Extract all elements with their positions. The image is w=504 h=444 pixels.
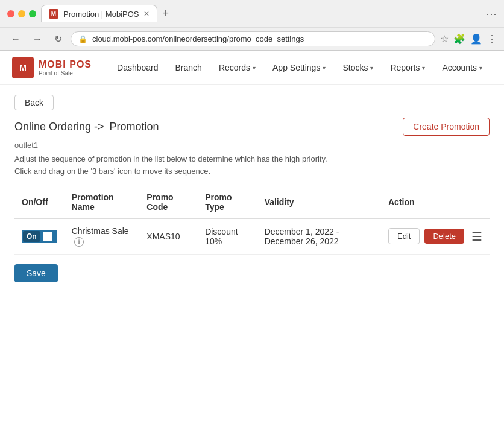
- browser-tab[interactable]: M Promotion | MobiPOS ✕: [41, 5, 157, 22]
- nav-dashboard[interactable]: Dashboard: [110, 59, 166, 76]
- logo-icon: M: [12, 57, 34, 78]
- nav-records[interactable]: Records ▾: [212, 59, 263, 76]
- browser-titlebar: M Promotion | MobiPOS ✕ + ⋯: [0, 0, 504, 27]
- tab-title: Promotion | MobiPOS: [63, 10, 139, 19]
- promo-name-cell: Christmas Sale ℹ: [65, 218, 140, 254]
- records-dropdown-arrow: ▾: [253, 65, 256, 71]
- instruction-line2: Click and drag on the '3 bars' icon to m…: [14, 165, 490, 177]
- save-button[interactable]: Save: [14, 264, 58, 282]
- tab-close-icon[interactable]: ✕: [143, 10, 150, 18]
- create-promotion-button[interactable]: Create Promotion: [403, 118, 490, 136]
- nav-menu: Dashboard Branch Records ▾ App Settings …: [110, 59, 490, 76]
- promo-code-cell: XMAS10: [139, 218, 198, 254]
- toggle-button[interactable]: On: [22, 230, 57, 243]
- nav-app-settings[interactable]: App Settings ▾: [265, 59, 333, 76]
- col-promo-code: Promo Code: [139, 186, 198, 218]
- close-dot[interactable]: [7, 10, 14, 17]
- nav-branch[interactable]: Branch: [168, 59, 209, 76]
- page-title: Online Ordering -> Promotion: [14, 121, 159, 133]
- nav-stocks[interactable]: Stocks ▾: [335, 59, 380, 76]
- logo-sub: Point of Sale: [39, 70, 92, 77]
- table-header: On/Off Promotion Name Promo Code Promo T…: [14, 186, 490, 218]
- promo-name-text: Christmas Sale: [72, 226, 129, 236]
- action-cell: Edit Delete ☰: [381, 218, 490, 254]
- address-bar[interactable]: 🔒 cloud.mobi-pos.com/onlineordersetting/…: [71, 31, 435, 46]
- logo-name: MOBI POS: [39, 59, 92, 70]
- toggle-cell: On: [14, 218, 65, 254]
- edit-button[interactable]: Edit: [388, 228, 420, 244]
- lock-icon: 🔒: [78, 35, 87, 43]
- bookmark-icon[interactable]: ☆: [440, 33, 449, 45]
- col-on-off: On/Off: [14, 186, 65, 218]
- browser-action-icons: ☆ 🧩 👤 ⋮: [440, 33, 497, 45]
- page-content: Back Online Ordering -> Promotion Create…: [0, 85, 504, 292]
- delete-button[interactable]: Delete: [424, 229, 464, 244]
- instruction-text: Adjust the sequence of promotion in the …: [14, 153, 490, 177]
- app-settings-dropdown-arrow: ▾: [323, 65, 326, 71]
- tab-favicon: M: [49, 9, 58, 19]
- forward-nav-button[interactable]: →: [29, 33, 46, 46]
- reports-dropdown-arrow: ▾: [422, 65, 425, 71]
- back-button[interactable]: Back: [14, 95, 54, 110]
- page-title-page: Promotion: [110, 121, 159, 133]
- new-tab-button[interactable]: +: [162, 7, 169, 20]
- browser-addressbar: ← → ↻ 🔒 cloud.mobi-pos.com/onlineorderse…: [0, 27, 504, 50]
- logo-area: M MOBI POS Point of Sale: [12, 57, 92, 78]
- stocks-dropdown-arrow: ▾: [370, 65, 373, 71]
- outlet-label: outlet1: [14, 141, 490, 150]
- back-nav-button[interactable]: ←: [7, 33, 24, 46]
- action-buttons: Edit Delete ☰: [388, 228, 482, 244]
- table-row: On Christmas Sale ℹ XMAS10 Discount 10% …: [14, 218, 490, 254]
- col-action: Action: [381, 186, 490, 218]
- col-promo-type: Promo Type: [198, 186, 257, 218]
- page-header: Online Ordering -> Promotion Create Prom…: [14, 118, 490, 136]
- page-title-prefix: Online Ordering ->: [14, 121, 104, 133]
- col-promo-name: Promotion Name: [65, 186, 140, 218]
- window-controls: ⋯: [486, 7, 497, 21]
- maximize-dot[interactable]: [29, 10, 36, 17]
- promotions-table: On/Off Promotion Name Promo Code Promo T…: [14, 186, 490, 255]
- menu-icon[interactable]: ⋮: [487, 33, 497, 45]
- table-body: On Christmas Sale ℹ XMAS10 Discount 10% …: [14, 218, 490, 254]
- logo-text: MOBI POS Point of Sale: [39, 59, 92, 77]
- instruction-line1: Adjust the sequence of promotion in the …: [14, 153, 490, 165]
- profile-icon[interactable]: 👤: [470, 33, 482, 45]
- browser-chrome: M Promotion | MobiPOS ✕ + ⋯ ← → ↻ 🔒 clou…: [0, 0, 504, 51]
- info-icon[interactable]: ℹ: [74, 237, 84, 247]
- toggle-on-label: On: [23, 231, 40, 242]
- drag-handle-icon[interactable]: ☰: [471, 229, 482, 244]
- promo-type-cell: Discount 10%: [198, 218, 257, 254]
- validity-cell: December 1, 2022 - December 26, 2022: [257, 218, 381, 254]
- nav-reports[interactable]: Reports ▾: [383, 59, 432, 76]
- reload-button[interactable]: ↻: [51, 32, 66, 46]
- toggle-slider: [43, 232, 52, 241]
- minimize-dot[interactable]: [18, 10, 25, 17]
- app-header: M MOBI POS Point of Sale Dashboard Branc…: [0, 51, 504, 85]
- accounts-dropdown-arrow: ▾: [479, 65, 482, 71]
- extensions-icon[interactable]: 🧩: [453, 33, 465, 45]
- nav-accounts[interactable]: Accounts ▾: [435, 59, 490, 76]
- browser-dots: [7, 10, 36, 17]
- url-text: cloud.mobi-pos.com/onlineordersetting/pr…: [92, 34, 304, 43]
- col-validity: Validity: [257, 186, 381, 218]
